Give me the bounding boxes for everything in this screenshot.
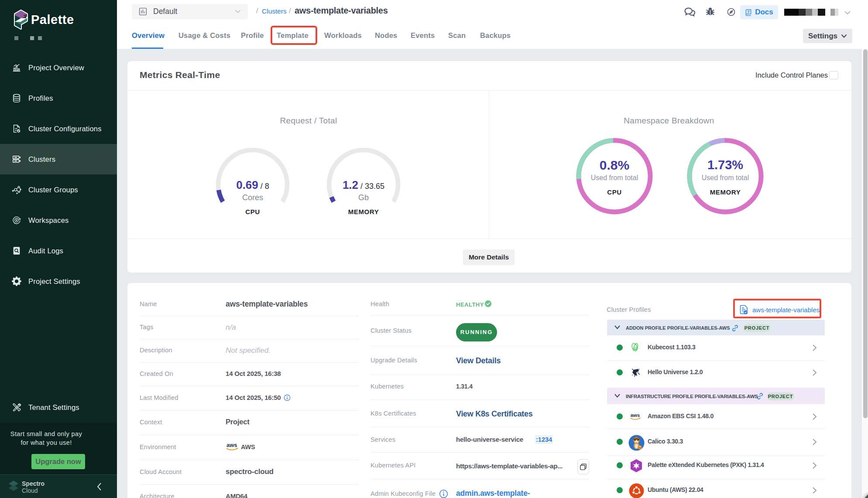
svg-text:aws: aws <box>631 413 640 418</box>
svg-text:aws: aws <box>226 442 237 448</box>
